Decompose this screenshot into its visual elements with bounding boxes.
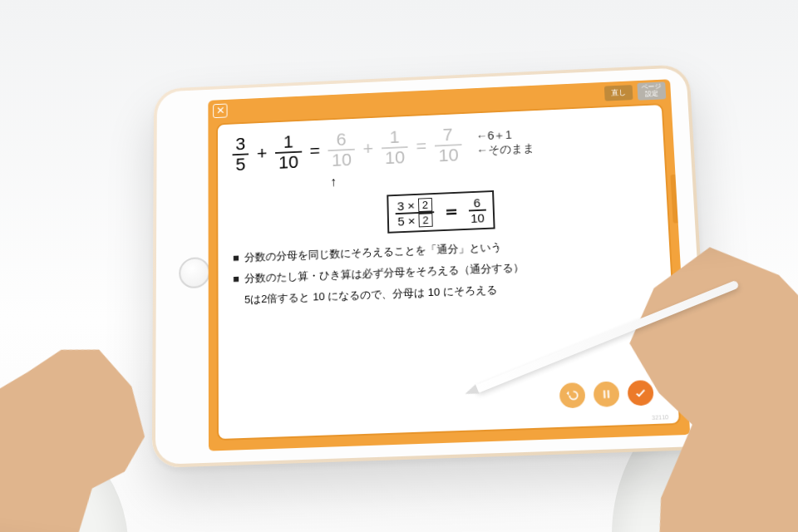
main-equation: 3 5 + 1 10 = 6 10	[232, 116, 649, 175]
tablet-device: ✕ 直し ページ 設定 3 5 + 1 10	[152, 64, 712, 468]
box-multiplier-top: 2	[418, 198, 433, 212]
confirm-button[interactable]	[627, 380, 653, 406]
tablet-bezel: ✕ 直し ページ 設定 3 5 + 1 10	[155, 67, 708, 465]
fraction-1: 3 5	[232, 135, 249, 175]
pause-button[interactable]	[593, 381, 619, 407]
undo-icon	[565, 388, 579, 402]
box-left-fraction: 3 ×2 5 ×2	[396, 198, 435, 228]
plus-2: +	[362, 139, 373, 160]
fraction-3: 6 10	[328, 130, 356, 170]
lesson-card: 3 5 + 1 10 = 6 10	[216, 103, 681, 441]
equals-2: =	[416, 136, 426, 157]
equals-1: =	[309, 140, 320, 161]
undo-button[interactable]	[559, 382, 586, 408]
page-id: 32110	[652, 414, 668, 421]
square-marker-icon: ■	[233, 273, 239, 285]
action-buttons	[559, 380, 654, 408]
up-arrow: ↑	[323, 175, 343, 190]
side-notes: ←6＋1 ←そのまま	[475, 127, 534, 158]
page-settings-chip[interactable]: ページ 設定	[637, 82, 666, 101]
check-icon	[633, 386, 648, 400]
box-right-fraction: 6 10	[468, 196, 486, 225]
expansion-box: 3 ×2 5 ×2 ＝ 6 10	[387, 190, 495, 233]
plus-1: +	[257, 143, 268, 164]
fraction-5: 7 10	[434, 125, 461, 165]
square-marker-icon: ■	[233, 252, 239, 264]
app-screen: ✕ 直し ページ 設定 3 5 + 1 10	[208, 79, 690, 451]
box-equals: ＝	[442, 200, 461, 224]
box-multiplier-bottom: 2	[418, 213, 433, 227]
home-button[interactable]	[179, 257, 209, 288]
explanation-bullets: ■ 分数の分母を同じ数にそろえることを「通分」という ■ 分数のたし算・ひき算は…	[233, 234, 657, 308]
svg-rect-0	[603, 391, 605, 399]
fraction-2: 1 10	[275, 132, 302, 173]
close-button[interactable]: ✕	[213, 104, 227, 119]
pause-icon	[599, 387, 613, 401]
note-2: ←そのまま	[476, 141, 534, 158]
fraction-4: 1 10	[381, 127, 408, 168]
svg-rect-1	[608, 390, 610, 398]
side-tab[interactable]	[670, 175, 679, 224]
undo-chip[interactable]: 直し	[604, 85, 633, 101]
